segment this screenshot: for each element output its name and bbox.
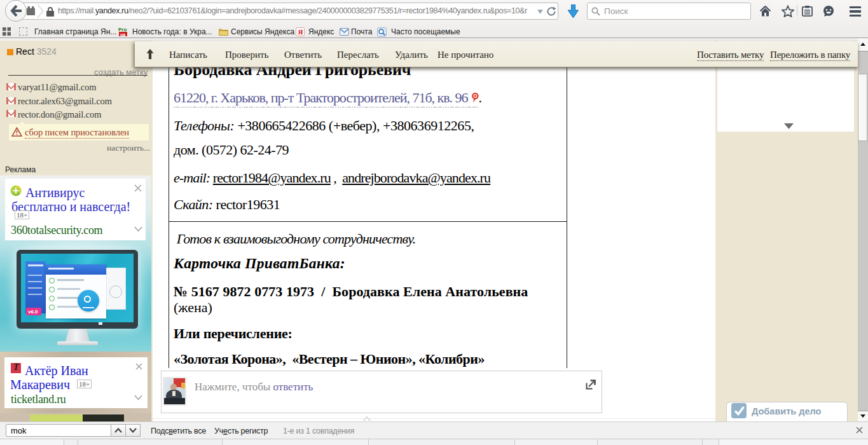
- svg-text:ua: ua: [120, 32, 125, 37]
- svg-text:Я: Я: [298, 28, 303, 36]
